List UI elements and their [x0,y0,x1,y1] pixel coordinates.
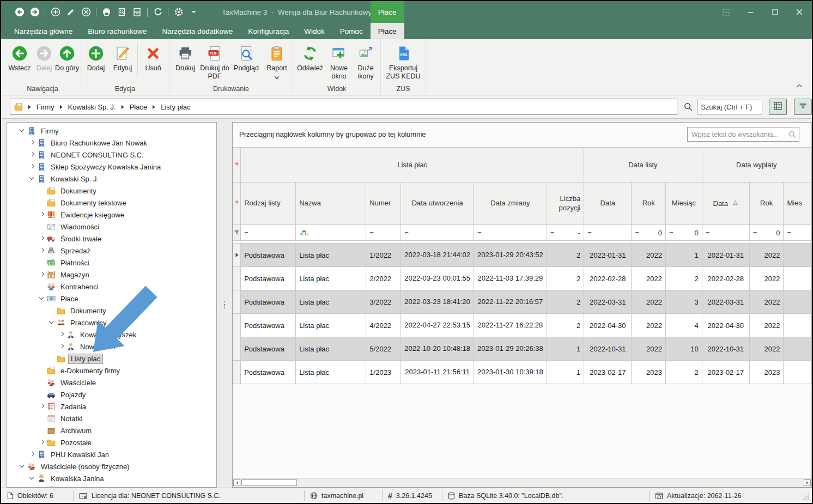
du-e-ikony-button[interactable]: Duże ikony [353,41,379,81]
dodaj-button[interactable]: Dodaj [83,41,109,72]
qat-settings-icon[interactable] [173,7,184,17]
grid-band-data-wyp-aty[interactable]: Data wypłaty [702,148,811,183]
grid-filter-cell[interactable]: = [366,225,401,241]
chevron-closed-icon[interactable] [58,343,65,350]
chevron-closed-icon[interactable] [28,451,36,458]
tree-item-dokumenty-tekstowe[interactable]: Dokumenty tekstowe [7,197,216,209]
chevron-open-icon[interactable] [38,295,46,302]
breadcrumb-item-kowalski-sp-j[interactable]: Kowalski Sp. J. [68,103,116,111]
grid-row[interactable]: PodstawowaLista płac1/20222022-03-18 21:… [233,244,811,267]
grid-filter-cell[interactable]: = [702,225,749,241]
chevron-open-icon[interactable] [19,463,26,470]
qat-preview-icon[interactable] [117,7,127,17]
chevron-open-icon[interactable] [19,127,26,135]
snip-icon[interactable] [721,7,731,17]
tree-item-pojazdy[interactable]: Pojazdy [7,388,216,400]
tree-item-magazyn[interactable]: Magazyn [7,269,216,281]
grid-filter-cell[interactable]: = [401,225,474,241]
raport-button[interactable]: Raport [263,41,291,81]
tree-item-dokumenty[interactable]: Dokumenty [7,185,216,197]
qat-dropdown-icon[interactable] [189,7,199,17]
tree-item-w-a-ciciele[interactable]: Właściciele [7,377,216,388]
tree-item-kowalska-janina[interactable]: Kowalska Janina [7,472,216,484]
scroll-left-icon[interactable] [233,479,240,486]
tree-item-kowalski-sp-j[interactable]: Kowalski Sp. J. [7,173,216,185]
chevron-closed-icon[interactable] [38,439,46,446]
grid-row[interactable]: PodstawowaLista płac1/20232023-01-11 21:… [233,361,811,384]
grid-filter-cell[interactable]: aBc [296,225,366,241]
tab-narz-dzia-g-wne[interactable]: Narzędzia główne [7,23,80,39]
grid-view-button[interactable] [769,99,787,115]
grid-column-header-liczba-pozycji[interactable]: Liczba pozycji [547,183,584,225]
usu-button[interactable]: Usuń [139,41,167,72]
breadcrumb-item-firmy[interactable]: Firmy [37,103,54,111]
grid-filter-cell[interactable]: = [241,225,296,241]
drukuj-do-pdf-button[interactable]: PDFDrukuj do PDF [199,41,230,81]
do-g-ry-button[interactable]: Do góry [55,41,79,72]
grid-row[interactable]: PodstawowaLista płac5/20222022-10-20 10:… [233,337,811,361]
chevron-open-icon[interactable] [28,475,36,482]
grid-row[interactable]: PodstawowaLista płac2/20222022-03-23 00:… [233,267,811,290]
panel-splitter[interactable] [219,122,230,488]
resize-grip[interactable] [803,494,810,501]
tree-item-listy-p-ac[interactable]: Listy płac [7,353,216,365]
grid-column-header-rok[interactable]: Rok [749,183,784,225]
chevron-closed-icon[interactable] [28,151,36,159]
close-icon[interactable] [794,7,804,17]
chevron-closed-icon[interactable] [28,163,36,171]
breadcrumb-item-listy-p-ac[interactable]: Listy płac [161,103,190,111]
tree-item-pracownicy[interactable]: Pracownicy [7,317,216,329]
qat-refresh-icon[interactable] [153,7,163,17]
tree-item-e-dokumenty-firmy[interactable]: e-Dokumenty firmy [7,365,216,377]
wstecz-button[interactable]: Wstecz [6,41,33,72]
grid-row[interactable]: PodstawowaLista płac4/20222022-04-27 22:… [233,314,811,337]
tab-pomoc[interactable]: Pomoc [332,23,371,39]
chevron-closed-icon[interactable] [58,331,65,338]
contextual-tab-badge[interactable]: Płace [371,1,404,23]
grid-column-header-mies[interactable]: Mies [784,183,811,225]
scrollbar-thumb[interactable] [241,479,297,486]
qat-forward-icon[interactable] [29,7,40,17]
grid-filter-cell[interactable]: = [474,225,547,241]
dalej-button[interactable]: Dalej [33,41,55,72]
tree-item-wiadomo-ci[interactable]: Wiadomości [7,221,216,233]
grid-column-header-rok[interactable]: Rok [632,183,666,225]
tree-item-p-atno-ci[interactable]: Płatności [7,257,216,269]
qat-edit-icon[interactable] [65,7,76,17]
tree-item-kontrahenci[interactable]: Kontrahenci [7,281,216,293]
grid-column-header-data[interactable]: Data [702,183,749,225]
breadcrumb-item-p-ace[interactable]: Płace [130,103,148,111]
tab-konfiguracja[interactable]: Konfiguracja [240,23,296,39]
tree-item-archiwum[interactable]: Archiwum [7,424,216,436]
minimize-icon[interactable] [745,7,755,17]
chevron-closed-icon[interactable] [28,139,36,147]
filter-button[interactable] [794,99,812,115]
tab-narz-dzia-dodatkowe[interactable]: Narzędzia dodatkowe [154,23,240,39]
grid-column-header-miesi-c[interactable]: Miesiąc [666,183,702,225]
tree-item-zadania[interactable]: Zadania [7,400,216,412]
maximize-icon[interactable] [770,7,780,17]
chevron-closed-icon[interactable] [38,403,46,410]
tab-p-ace[interactable]: PłacePłace [371,23,404,39]
tree-item-notatki[interactable]: Notatki [7,412,216,424]
tree-item-phu-kowalski-jan[interactable]: PHU Kowalski Jan [7,448,216,460]
grid-filter-cell[interactable]: = [784,225,811,241]
collapse-ribbon-icon[interactable] [796,82,803,90]
grid-row[interactable]: PodstawowaLista płac3/20222022-03-23 18:… [233,290,811,314]
chevron-open-icon[interactable] [28,175,36,183]
drukuj-button[interactable]: Drukuj [171,41,199,72]
chevron-open-icon[interactable] [48,319,56,326]
edytuj-button[interactable]: Edytuj [109,41,136,72]
grid-column-header-data-zmiany[interactable]: Data zmiany [474,183,547,225]
qat-pdf-icon[interactable]: PDF [132,7,142,17]
chevron-closed-icon[interactable] [38,247,46,254]
tree-item-w-a-ciciele-osoby-fizyczne[interactable]: Właściciele (osoby fizyczne) [7,460,216,472]
qat-print-icon[interactable] [101,7,112,17]
tree-item-sklep-spo-ywczy-kowalska-janina[interactable]: Sklep Spożywczy Kowalska Janina [7,161,216,173]
chevron-closed-icon[interactable] [38,211,46,218]
tree-item-biuro-rachunkowe-jan-nowak[interactable]: Biuro Rachunkowe Jan Nowak [7,137,216,149]
grid-column-header-rodzaj-listy[interactable]: Rodzaj listy [241,183,296,225]
grid-column-header-nazwa[interactable]: Nazwa [296,183,366,225]
chevron-closed-icon[interactable] [38,235,46,242]
horizontal-scrollbar[interactable] [233,478,811,487]
